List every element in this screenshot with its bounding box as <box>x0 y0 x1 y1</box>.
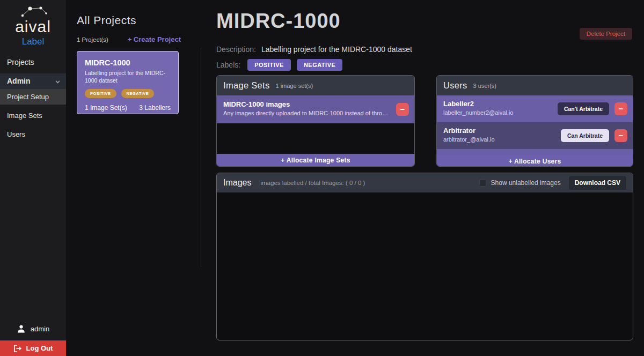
sidebar-item-admin[interactable]: Admin <box>0 73 66 89</box>
logout-label: Log Out <box>26 344 53 352</box>
remove-image-set-button[interactable]: − <box>396 103 409 116</box>
brand-logo: aival Label <box>0 0 66 47</box>
sidebar-item-users[interactable]: Users <box>0 127 66 142</box>
sidebar-nav: Projects Admin Project Setup Image Sets … <box>0 55 66 142</box>
project-card-title: MIDRC-1000 <box>85 58 171 67</box>
users-panel-header: Users 3 user(s) <box>437 76 633 95</box>
user-row-labeller2[interactable]: Labeller2 labeller_number2@aival.io Can'… <box>437 95 633 122</box>
sidebar-item-label: Admin <box>7 77 31 85</box>
delete-project-button[interactable]: Delete Project <box>580 28 632 40</box>
user-row-arbitrator[interactable]: Arbitrator arbitrator_@aival.io Can Arbi… <box>437 122 633 149</box>
images-labelled-summary: images labelled / total Images: ( 0 / 0 … <box>260 180 365 186</box>
users-count: 3 user(s) <box>473 83 496 89</box>
description-label: Description: <box>216 45 256 54</box>
description-row: Description:Labelling project for the MI… <box>216 45 412 54</box>
description-value: Labelling project for the MIDRC-1000 dat… <box>261 45 412 54</box>
label-chip-negative[interactable]: NEGATIVE <box>297 59 342 71</box>
download-csv-button[interactable]: Download CSV <box>569 176 626 190</box>
show-unlabelled-label: Show unlabelled images <box>491 179 561 187</box>
sidebar-item-project-setup[interactable]: Project Setup <box>0 89 66 105</box>
sidebar-item-label: Projects <box>7 58 34 66</box>
remove-user-button[interactable]: − <box>614 129 627 142</box>
sidebar-item-projects[interactable]: Projects <box>0 55 66 70</box>
create-project-button[interactable]: + Create Project <box>128 35 181 43</box>
image-set-description: Any images directly uploaded to MIDRC-10… <box>223 110 390 116</box>
images-title: Images <box>223 178 251 188</box>
image-sets-panel-header: Image Sets 1 image set(s) <box>217 76 414 95</box>
sidebar-item-label: Project Setup <box>7 93 49 101</box>
all-projects-title: All Projects <box>77 14 136 27</box>
images-empty-area <box>217 192 633 340</box>
allocate-image-sets-button[interactable]: + Allocate Image Sets <box>217 154 414 166</box>
sidebar-item-label: Users <box>7 130 25 138</box>
project-count: 1 Project(s) <box>77 36 108 43</box>
label-badge-positive: POSITIVE <box>85 89 116 98</box>
labels-label: Labels: <box>216 61 240 69</box>
constellation-icon <box>0 4 66 18</box>
brand-product: Label <box>0 36 66 47</box>
show-unlabelled-checkbox[interactable] <box>479 180 486 187</box>
image-set-name: MIDRC-1000 images <box>223 100 390 108</box>
brand-name: aival <box>0 18 66 35</box>
arbitrate-toggle-button[interactable]: Can Arbitrate <box>561 129 609 142</box>
current-user-name: admin <box>31 325 49 333</box>
user-row-partial[interactable] <box>437 149 633 155</box>
app-window: aival Label Projects Admin Project Setup… <box>0 0 644 356</box>
labels-row: Labels: POSITIVE NEGATIVE <box>216 59 342 71</box>
sidebar-item-image-sets[interactable]: Image Sets <box>0 108 66 123</box>
image-sets-empty-area <box>217 123 414 154</box>
remove-user-button[interactable]: − <box>614 102 627 115</box>
users-panel: Users 3 user(s) Labeller2 labeller_numbe… <box>436 75 633 167</box>
sidebar-item-label: Image Sets <box>7 112 42 120</box>
images-panel-header: Images images labelled / total Images: (… <box>217 173 633 192</box>
users-title: Users <box>443 80 467 91</box>
image-sets-panel: Image Sets 1 image set(s) MIDRC-1000 ima… <box>216 75 415 167</box>
allocate-users-button[interactable]: + Allocate Users <box>437 155 633 167</box>
image-set-row[interactable]: MIDRC-1000 images Any images directly up… <box>217 95 414 123</box>
column-divider <box>201 48 201 266</box>
image-sets-count: 1 image set(s) <box>275 83 313 89</box>
project-card-imagesets-count: 1 Image Set(s) <box>85 104 127 112</box>
image-sets-title: Image Sets <box>223 80 269 91</box>
user-icon <box>17 324 26 333</box>
page-title: MIDRC-1000 <box>216 10 341 33</box>
arbitrate-toggle-button[interactable]: Can't Arbitrate <box>558 102 609 115</box>
images-panel: Images images labelled / total Images: (… <box>216 173 633 340</box>
logout-button[interactable]: Log Out <box>0 340 66 356</box>
project-list-column: All Projects 1 Project(s) + Create Proje… <box>66 0 201 356</box>
project-card-description: Labelling project for the MIDRC-1000 dat… <box>85 69 171 84</box>
project-card-labellers-count: 3 Labellers <box>139 104 171 112</box>
project-card-midrc-1000[interactable]: MIDRC-1000 Labelling project for the MID… <box>77 51 179 114</box>
logout-icon <box>13 345 22 352</box>
label-chip-positive[interactable]: POSITIVE <box>247 59 291 71</box>
sidebar: aival Label Projects Admin Project Setup… <box>0 0 66 356</box>
label-badge-negative: NEGATIVE <box>121 89 155 98</box>
chevron-down-icon <box>56 79 60 83</box>
current-user: admin <box>0 321 66 337</box>
